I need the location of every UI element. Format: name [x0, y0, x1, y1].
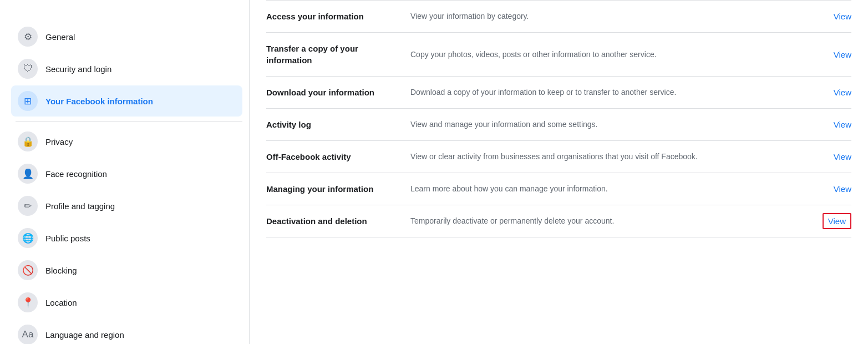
row-title-download-info: Download your information — [266, 87, 399, 98]
sidebar-icon-general: ⚙ — [18, 27, 38, 47]
sidebar-item-face-recognition[interactable]: 👤 Face recognition — [11, 158, 242, 189]
sidebar-label-blocking: Blocking — [45, 266, 77, 275]
sidebar-item-general[interactable]: ⚙ General — [11, 21, 242, 52]
sidebar-icon-privacy: 🔒 — [18, 131, 38, 151]
row-desc-download-info: Download a copy of your information to k… — [399, 87, 818, 98]
sidebar-label-security: Security and login — [45, 64, 111, 74]
main-content: Access your information View your inform… — [250, 0, 868, 344]
view-link-transfer-copy[interactable]: View — [834, 50, 851, 59]
sidebar-label-location: Location — [45, 298, 77, 307]
row-action-access-info: View — [818, 12, 851, 21]
sidebar-icon-public-posts: 🌐 — [18, 228, 38, 248]
row-desc-access-info: View your information by category. — [399, 11, 818, 22]
sidebar-label-profile-tagging: Profile and tagging — [45, 201, 115, 211]
sidebar-label-general: General — [45, 32, 75, 42]
view-link-access-info[interactable]: View — [834, 12, 851, 21]
row-desc-transfer-copy: Copy your photos, videos, posts or other… — [399, 49, 818, 60]
sidebar-icon-security: 🛡 — [18, 59, 38, 79]
sidebar: ⚙ General 🛡 Security and login ⊞ Your Fa… — [0, 0, 250, 344]
row-title-activity-log: Activity log — [266, 119, 399, 130]
row-desc-deactivation: Temporarily deactivate or permanently de… — [399, 215, 818, 227]
row-action-off-facebook: View — [818, 152, 851, 161]
row-title-managing-info: Managing your information — [266, 183, 399, 195]
row-desc-activity-log: View and manage your information and som… — [399, 119, 818, 130]
sidebar-icon-language: Aa — [18, 325, 38, 344]
sidebar-item-profile-tagging[interactable]: ✏ Profile and tagging — [11, 190, 242, 221]
sidebar-item-location[interactable]: 📍 Location — [11, 287, 242, 318]
sidebar-item-privacy[interactable]: 🔒 Privacy — [11, 126, 242, 157]
row-action-managing-info: View — [818, 184, 851, 194]
sidebar-label-public-posts: Public posts — [45, 234, 90, 243]
view-link-managing-info[interactable]: View — [834, 184, 851, 194]
settings-row-off-facebook: Off-Facebook activity View or clear acti… — [266, 141, 851, 173]
row-title-deactivation: Deactivation and deletion — [266, 215, 399, 227]
sidebar-icon-facebook-info: ⊞ — [18, 91, 38, 111]
row-desc-off-facebook: View or clear activity from businesses a… — [399, 151, 818, 163]
settings-row-managing-info: Managing your information Learn more abo… — [266, 173, 851, 205]
row-action-transfer-copy: View — [818, 50, 851, 59]
row-desc-managing-info: Learn more about how you can manage your… — [399, 183, 818, 195]
sidebar-label-face-recognition: Face recognition — [45, 169, 107, 179]
settings-row-download-info: Download your information Download a cop… — [266, 77, 851, 109]
sidebar-item-public-posts[interactable]: 🌐 Public posts — [11, 222, 242, 254]
settings-row-transfer-copy: Transfer a copy of your information Copy… — [266, 33, 851, 77]
row-action-deactivation: View — [818, 216, 851, 226]
sidebar-item-security[interactable]: 🛡 Security and login — [11, 53, 242, 84]
row-action-activity-log: View — [818, 120, 851, 129]
sidebar-item-blocking[interactable]: 🚫 Blocking — [11, 255, 242, 286]
view-link-activity-log[interactable]: View — [834, 120, 851, 129]
sidebar-icon-face-recognition: 👤 — [18, 164, 38, 184]
sidebar-item-facebook-info[interactable]: ⊞ Your Facebook information — [11, 85, 242, 117]
sidebar-icon-profile-tagging: ✏ — [18, 196, 38, 216]
settings-row-activity-log: Activity log View and manage your inform… — [266, 109, 851, 141]
row-action-download-info: View — [818, 88, 851, 97]
view-link-deactivation[interactable]: View — [823, 213, 851, 229]
row-title-access-info: Access your information — [266, 11, 399, 22]
view-link-download-info[interactable]: View — [834, 88, 851, 97]
settings-row-access-info: Access your information View your inform… — [266, 0, 851, 33]
settings-row-deactivation: Deactivation and deletion Temporarily de… — [266, 205, 851, 237]
view-link-off-facebook[interactable]: View — [834, 152, 851, 161]
row-title-off-facebook: Off-Facebook activity — [266, 151, 399, 163]
row-title-transfer-copy: Transfer a copy of your information — [266, 43, 399, 66]
sidebar-label-facebook-info: Your Facebook information — [45, 97, 153, 106]
sidebar-label-privacy: Privacy — [45, 137, 73, 146]
sidebar-label-language: Language and region — [45, 330, 124, 340]
sidebar-icon-blocking: 🚫 — [18, 260, 38, 280]
sidebar-icon-location: 📍 — [18, 292, 38, 312]
sidebar-item-language[interactable]: Aa Language and region — [11, 319, 242, 344]
